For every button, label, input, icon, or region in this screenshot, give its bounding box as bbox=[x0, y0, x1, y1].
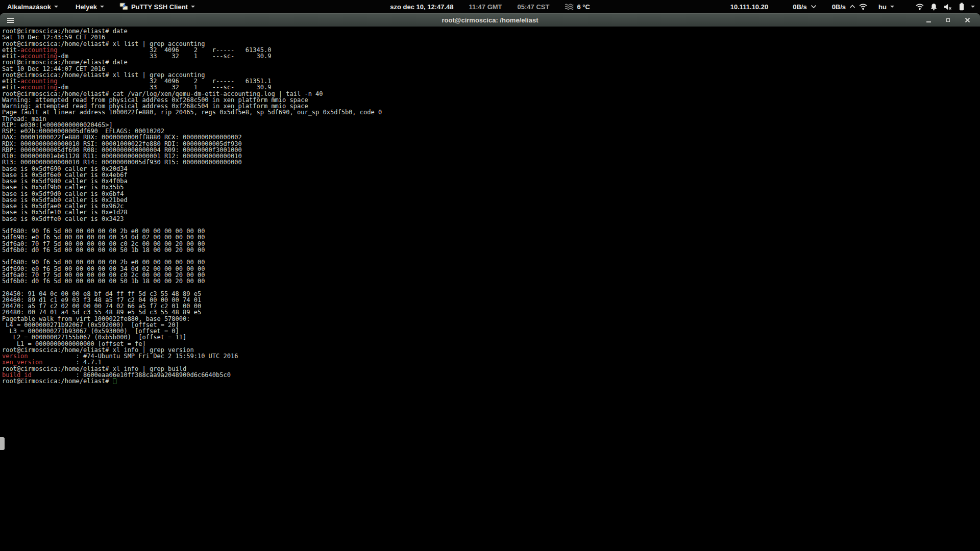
window-menu-button[interactable] bbox=[5, 16, 16, 25]
chevron-up-icon bbox=[849, 5, 855, 9]
terminal-line: root@cirmoscica:/home/eliast# bbox=[2, 378, 980, 384]
fog-weather-icon bbox=[565, 4, 574, 10]
close-icon bbox=[965, 17, 970, 23]
applications-menu-label: Alkalmazások bbox=[7, 3, 51, 11]
close-button[interactable] bbox=[964, 17, 971, 24]
top-panel: Alkalmazások Helyek PuTTY SSH Client szo… bbox=[0, 0, 980, 13]
places-menu[interactable]: Helyek bbox=[74, 0, 106, 13]
world-clock-cst[interactable]: 05:47 CST bbox=[518, 3, 550, 11]
scrollbar-thumb[interactable] bbox=[0, 437, 5, 450]
net-upload-indicator[interactable]: 0B/s bbox=[832, 3, 867, 11]
terminal-line: base is 0x5dfae0 caller is 0x962c bbox=[2, 203, 980, 209]
terminal-screen[interactable]: root@cirmoscica:/home/eliast# dateSat 10… bbox=[0, 27, 980, 551]
maximize-icon bbox=[946, 18, 950, 22]
terminal-line: base is 0x5df9d0 caller is 0x6bf4 bbox=[2, 191, 980, 197]
chevron-down-icon bbox=[54, 6, 58, 8]
chevron-down-icon bbox=[191, 6, 195, 8]
terminal-line: build_id : 8600eaa06e10ff388caa9a2048900… bbox=[2, 372, 980, 378]
terminal-line: base is 0x5dfab0 caller is 0x21bed bbox=[2, 197, 980, 203]
window-title: root@cirmoscica: /home/eliast bbox=[0, 16, 980, 24]
chevron-down-icon bbox=[811, 5, 817, 9]
net-download-indicator[interactable]: 0B/s bbox=[793, 3, 816, 11]
notification-bell-icon bbox=[930, 3, 937, 11]
terminal-output: root@cirmoscica:/home/eliast# dateSat 10… bbox=[0, 27, 980, 384]
wifi-icon bbox=[916, 4, 924, 10]
terminal-line: base is 0x5df6e0 caller is 0x4eb6f bbox=[2, 172, 980, 178]
terminal-line: base is 0x5df9b0 caller is 0x35b5 bbox=[2, 184, 980, 190]
net-upload-speed: 0B/s bbox=[832, 3, 846, 11]
terminal-line: Thread: main bbox=[2, 116, 980, 122]
battery-icon bbox=[959, 3, 964, 11]
terminal-line: root@cirmoscica:/home/eliast# date bbox=[2, 59, 980, 65]
terminal-line: root@cirmoscica:/home/eliast# date bbox=[2, 28, 980, 34]
terminal-line: base is 0x5df690 caller is 0x20d34 bbox=[2, 166, 980, 172]
volume-muted-icon bbox=[944, 4, 952, 10]
net-download-speed: 0B/s bbox=[793, 3, 806, 11]
applications-menu[interactable]: Alkalmazások bbox=[5, 0, 60, 13]
terminal-cursor bbox=[113, 379, 116, 384]
clock[interactable]: szo dec 10, 12:47.48 bbox=[390, 3, 453, 11]
keyboard-layout-indicator[interactable]: hu bbox=[878, 3, 894, 11]
terminal-line: base is 0x5dffe0 caller is 0x3423 bbox=[2, 216, 980, 222]
terminal-line: base is 0x5df980 caller is 0x4f0ba bbox=[2, 178, 980, 184]
putty-app-menu[interactable]: PuTTY SSH Client bbox=[117, 0, 197, 13]
terminal-line: R13: 0000000000000010 R14: 00000000005df… bbox=[2, 159, 980, 165]
chevron-down-icon bbox=[100, 6, 104, 8]
weather-temperature: 6 °C bbox=[577, 3, 590, 11]
world-clock-gmt[interactable]: 11:47 GMT bbox=[469, 3, 502, 11]
window-titlebar: root@cirmoscica: /home/eliast bbox=[0, 13, 980, 27]
putty-icon bbox=[119, 3, 128, 11]
keyboard-layout-label: hu bbox=[878, 3, 887, 11]
terminal-line: Page fault at linear address 1000022fe88… bbox=[2, 109, 980, 115]
terminal-line: 5df6b0: d0 f6 5d 00 00 00 00 00 50 1b 18… bbox=[2, 247, 980, 253]
putty-app-menu-label: PuTTY SSH Client bbox=[131, 3, 188, 11]
minimize-button[interactable] bbox=[925, 17, 932, 24]
terminal-line: version : #74-Ubuntu SMP Fri Dec 2 15:59… bbox=[2, 353, 980, 359]
ip-address[interactable]: 10.111.10.20 bbox=[730, 3, 768, 11]
system-status-area[interactable] bbox=[916, 3, 975, 11]
places-menu-label: Helyek bbox=[76, 3, 97, 11]
terminal-line: L2 = 000000027155b067 (0xb5b000) [offset… bbox=[2, 334, 980, 340]
minimize-icon bbox=[926, 21, 931, 22]
terminal-line: base is 0x5dfe10 caller is 0xe1d28 bbox=[2, 209, 980, 215]
wifi-signal-icon bbox=[859, 4, 867, 10]
terminal-line: 5df6b0: d0 f6 5d 00 00 00 00 00 50 1b 18… bbox=[2, 278, 980, 284]
chevron-down-icon bbox=[971, 6, 975, 8]
maximize-button[interactable] bbox=[944, 17, 951, 24]
weather-indicator[interactable]: 6 °C bbox=[565, 3, 590, 11]
chevron-down-icon bbox=[890, 6, 894, 8]
terminal-line: etit-accounting-dm 33 32 1 ---sc- 30.9 bbox=[2, 53, 980, 59]
